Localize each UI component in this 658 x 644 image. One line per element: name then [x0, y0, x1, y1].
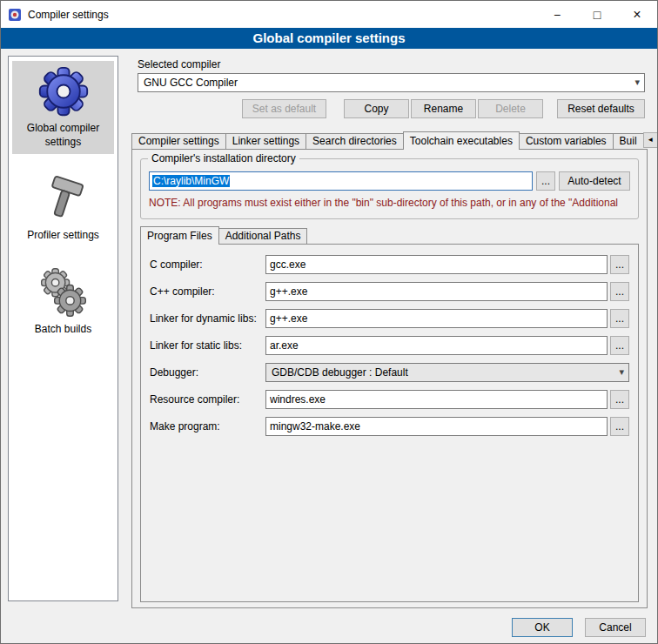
sidebar-item-label: Profiler settings [14, 229, 112, 243]
tab-toolchain-executables[interactable]: Toolchain executables [403, 131, 520, 150]
window-title: Compiler settings [28, 9, 109, 21]
install-dir-note: NOTE: All programs must exist either in … [149, 197, 636, 209]
resource-compiler-input[interactable] [265, 390, 608, 409]
titlebar[interactable]: Compiler settings − □ × [1, 1, 657, 28]
sidebar-item-profiler-settings[interactable]: Profiler settings [12, 168, 114, 248]
ok-button[interactable]: OK [512, 618, 573, 637]
linker-static-label: Linker for static libs: [150, 339, 265, 352]
program-files-panel: C compiler: ... C++ compiler: ... Linker… [140, 244, 639, 602]
tab-build-truncated[interactable]: Buil [613, 133, 643, 149]
sidebar-item-global-compiler-settings[interactable]: Global compiler settings [12, 61, 114, 154]
tab-additional-paths[interactable]: Additional Paths [218, 228, 308, 244]
linker-static-input[interactable] [265, 336, 608, 355]
settings-tabstrip: Compiler settings Linker settings Search… [131, 131, 648, 149]
hammer-icon [37, 172, 90, 225]
app-icon [8, 8, 22, 22]
reset-defaults-button[interactable]: Reset defaults [557, 99, 645, 118]
make-program-input[interactable] [265, 417, 608, 436]
field-row-linker-dynamic: Linker for dynamic libs: ... [150, 309, 629, 328]
field-row-c-compiler: C compiler: ... [150, 255, 629, 274]
field-row-linker-static: Linker for static libs: ... [150, 336, 629, 355]
cancel-button[interactable]: Cancel [585, 618, 646, 637]
compiler-settings-dialog: Compiler settings − □ × Global compiler … [0, 0, 658, 644]
field-row-resource-compiler: Resource compiler: ... [150, 390, 629, 409]
linker-dynamic-browse-button[interactable]: ... [610, 309, 629, 328]
gears-gray-icon [37, 266, 90, 319]
program-tabstrip: Program Files Additional Paths [140, 226, 307, 244]
cpp-compiler-label: C++ compiler: [150, 285, 265, 298]
linker-dynamic-label: Linker for dynamic libs: [150, 312, 265, 325]
toolchain-executables-panel: Compiler's installation directory C:\ray… [131, 149, 648, 608]
main-panel: Selected compiler GNU GCC Compiler ▾ Set… [127, 56, 652, 610]
resource-compiler-browse-button[interactable]: ... [610, 390, 629, 409]
debugger-label: Debugger: [150, 366, 265, 379]
minimize-button[interactable]: − [537, 1, 577, 28]
window-controls: − □ × [537, 1, 657, 28]
cpp-compiler-input[interactable] [265, 282, 608, 301]
debugger-dropdown[interactable]: GDB/CDB debugger : Default ▾ [265, 363, 629, 382]
tab-program-files[interactable]: Program Files [140, 226, 219, 245]
auto-detect-button[interactable]: Auto-detect [559, 171, 630, 191]
sidebar-item-label: Global compiler settings [14, 122, 112, 149]
c-compiler-label: C compiler: [150, 258, 265, 271]
tab-custom-variables[interactable]: Custom variables [519, 133, 614, 149]
field-row-make-program: Make program: ... [150, 417, 629, 436]
resource-compiler-label: Resource compiler: [150, 393, 265, 406]
linker-static-browse-button[interactable]: ... [610, 336, 629, 355]
field-row-cpp-compiler: C++ compiler: ... [150, 282, 629, 301]
c-compiler-browse-button[interactable]: ... [610, 255, 629, 274]
installation-directory-group: Compiler's installation directory C:\ray… [140, 158, 639, 219]
tab-search-directories[interactable]: Search directories [306, 133, 404, 149]
tab-linker-settings[interactable]: Linker settings [225, 133, 306, 149]
delete-button[interactable]: Delete [478, 99, 543, 118]
field-row-debugger: Debugger: GDB/CDB debugger : Default ▾ [150, 363, 629, 382]
debugger-value: GDB/CDB debugger : Default [272, 366, 408, 379]
tab-compiler-settings[interactable]: Compiler settings [131, 133, 226, 149]
sidebar-item-label: Batch builds [14, 323, 112, 337]
install-dir-input[interactable]: C:\raylib\MinGW [149, 171, 533, 191]
selected-compiler-dropdown[interactable]: GNU GCC Compiler ▾ [138, 73, 645, 92]
tab-scroll-controls: ◄ ► [643, 132, 658, 148]
chevron-down-icon: ▾ [634, 77, 640, 88]
tab-scroll-left-icon[interactable]: ◄ [643, 132, 658, 148]
c-compiler-input[interactable] [265, 255, 608, 274]
close-button[interactable]: × [617, 1, 657, 28]
chevron-down-icon: ▾ [619, 366, 624, 378]
sidebar-item-batch-builds[interactable]: Batch builds [12, 262, 114, 342]
settings-category-list: Global compiler settings Profiler settin… [8, 56, 118, 601]
rename-button[interactable]: Rename [411, 99, 476, 118]
selected-compiler-label: Selected compiler [138, 58, 220, 70]
set-as-default-button[interactable]: Set as default [242, 99, 326, 118]
make-program-label: Make program: [150, 420, 265, 433]
selected-compiler-value: GNU GCC Compiler [144, 77, 238, 89]
linker-dynamic-input[interactable] [265, 309, 608, 328]
gear-blue-icon [37, 65, 90, 117]
copy-button[interactable]: Copy [344, 99, 409, 118]
maximize-button[interactable]: □ [577, 1, 617, 28]
installation-directory-group-title: Compiler's installation directory [148, 152, 299, 164]
make-program-browse-button[interactable]: ... [610, 417, 629, 436]
page-title: Global compiler settings [1, 28, 657, 49]
install-dir-browse-button[interactable]: ... [536, 171, 555, 191]
install-dir-selected-text: C:\raylib\MinGW [152, 175, 230, 187]
cpp-compiler-browse-button[interactable]: ... [610, 282, 629, 301]
installation-directory-row: C:\raylib\MinGW ... Auto-detect [149, 171, 630, 191]
